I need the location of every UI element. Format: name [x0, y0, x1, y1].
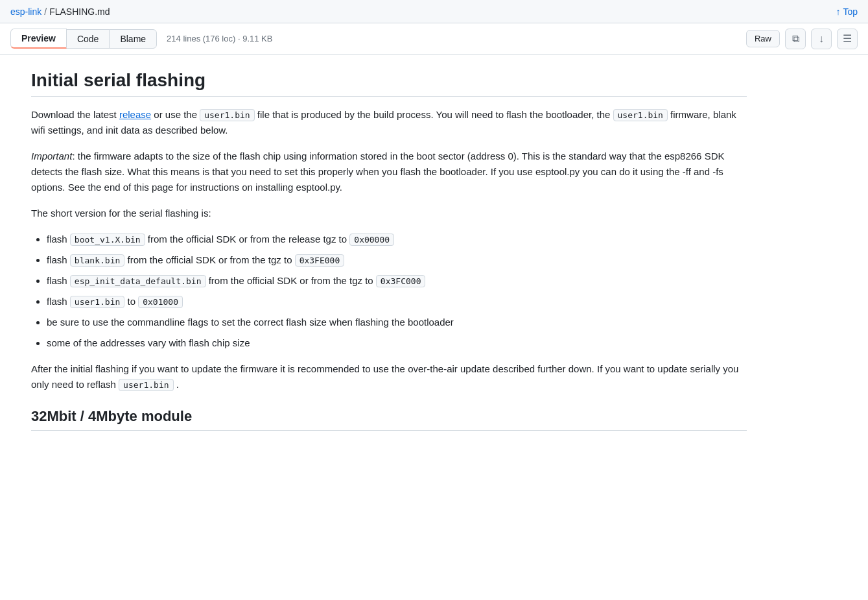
li1-before: flash	[47, 234, 70, 245]
li3-code2: 0x3FC000	[376, 275, 426, 287]
p2-italic: Important	[31, 150, 72, 162]
toolbar: Preview Code Blame 214 lines (176 loc) ·…	[0, 23, 868, 54]
download-icon: ↓	[819, 33, 824, 45]
main-content: Initial serial flashing Download the lat…	[0, 54, 778, 472]
tab-group: Preview Code Blame	[10, 29, 156, 49]
breadcrumb: esp-link / FLASHING.md	[10, 6, 110, 17]
menu-icon: ☰	[843, 32, 852, 45]
code-user1-bin-1: user1.bin	[200, 109, 254, 121]
main-heading: Initial serial flashing	[31, 70, 747, 97]
paragraph-1: Download the latest release or use the u…	[31, 107, 747, 138]
code-user1-bin-p4: user1.bin	[119, 379, 173, 391]
top-link[interactable]: ↑ Top	[836, 6, 858, 17]
tab-preview[interactable]: Preview	[10, 29, 67, 49]
toolbar-left: Preview Code Blame 214 lines (176 loc) ·…	[10, 29, 272, 49]
file-info: 214 lines (176 loc) · 9.11 KB	[167, 34, 272, 43]
tab-code[interactable]: Code	[66, 29, 110, 49]
list-item: flash user1.bin to 0x01000	[47, 294, 747, 309]
toolbar-right: Raw ⧉ ↓ ☰	[746, 29, 858, 49]
release-link[interactable]: release	[119, 109, 151, 120]
flash-list: flash boot_v1.X.bin from the official SD…	[47, 232, 747, 351]
li2-code1: blank.bin	[70, 254, 124, 267]
download-button[interactable]: ↓	[811, 29, 832, 49]
li3-before: flash	[47, 275, 70, 286]
up-arrow-icon: ↑	[836, 6, 840, 17]
li3-middle: from the official SDK or from the tgz to	[206, 275, 376, 286]
copy-icon: ⧉	[792, 33, 799, 45]
top-bar: esp-link / FLASHING.md ↑ Top	[0, 0, 868, 23]
li1-middle: from the official SDK or from the releas…	[145, 234, 350, 245]
breadcrumb-separator: /	[44, 6, 47, 17]
li1-code1: boot_v1.X.bin	[70, 234, 145, 246]
li4-code1: user1.bin	[70, 296, 124, 308]
li4-before: flash	[47, 296, 70, 307]
li2-code2: 0x3FE000	[295, 254, 345, 267]
li2-before: flash	[47, 254, 70, 265]
li4-middle: to	[124, 296, 138, 307]
code-user1-bin-2: user1.bin	[613, 109, 668, 121]
list-item: be sure to use the commandline flags to …	[47, 315, 747, 330]
li2-middle: from the official SDK or from the tgz to	[124, 254, 294, 265]
p2-text: : the firmware adapts to the size of the…	[31, 150, 724, 193]
paragraph-4: After the initial flashing if you want t…	[31, 361, 747, 392]
p1-after-link: or use the	[151, 109, 200, 120]
menu-button[interactable]: ☰	[837, 29, 858, 49]
p4-after: .	[174, 379, 179, 390]
top-label: Top	[843, 6, 858, 17]
list-item: some of the addresses vary with flash ch…	[47, 335, 747, 351]
li1-code2: 0x00000	[349, 234, 394, 246]
li4-code2: 0x01000	[138, 296, 183, 308]
list-item: flash boot_v1.X.bin from the official SD…	[47, 232, 747, 247]
li3-code1: esp_init_data_default.bin	[70, 275, 206, 287]
p1-before-link: Download the latest	[31, 109, 119, 120]
breadcrumb-repo-link[interactable]: esp-link	[10, 6, 41, 17]
list-item: flash blank.bin from the official SDK or…	[47, 252, 747, 268]
raw-button[interactable]: Raw	[746, 30, 780, 47]
h2-32mbit: 32Mbit / 4Mbyte module	[31, 408, 747, 431]
list-item: flash esp_init_data_default.bin from the…	[47, 273, 747, 289]
paragraph-2: Important: the firmware adapts to the si…	[31, 149, 747, 195]
paragraph-3: The short version for the serial flashin…	[31, 206, 747, 221]
p1-middle: file that is produced by the build proce…	[255, 109, 613, 120]
breadcrumb-file: FLASHING.md	[49, 6, 110, 17]
copy-button[interactable]: ⧉	[785, 29, 806, 49]
tab-blame[interactable]: Blame	[109, 29, 157, 49]
